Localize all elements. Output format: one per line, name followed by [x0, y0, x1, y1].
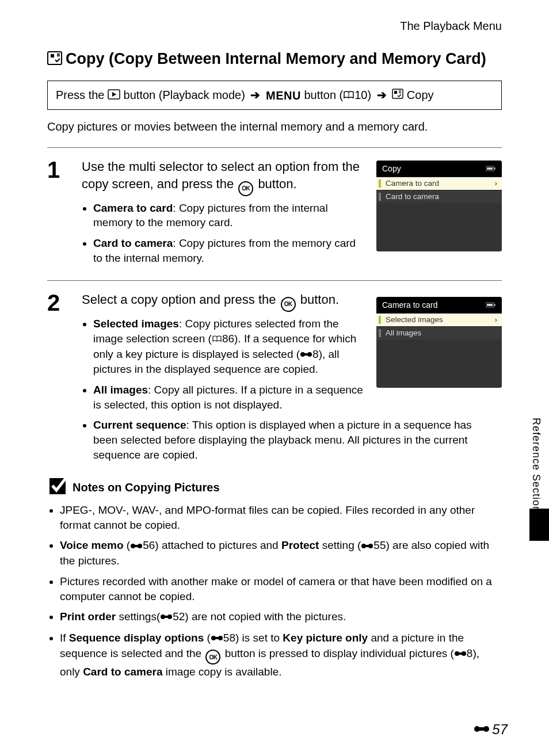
note-item: Print order settings(52) are not copied …	[60, 609, 502, 625]
menu-text-icon: MENU	[266, 89, 301, 102]
svg-marker-3	[112, 92, 116, 97]
reference-icon	[211, 632, 223, 644]
svg-rect-13	[303, 353, 310, 356]
reference-icon	[300, 349, 312, 361]
screen-row: All images	[376, 326, 502, 339]
step-instruction: Select a copy option and press the OK bu…	[82, 291, 365, 312]
book-icon	[343, 89, 354, 102]
step-number: 2	[47, 291, 70, 468]
playback-button-icon	[108, 89, 124, 102]
note-item: Pictures recorded with another make or m…	[60, 574, 502, 604]
svg-rect-15	[487, 304, 493, 306]
reference-icon	[160, 611, 173, 623]
ok-button-icon: OK	[281, 297, 296, 312]
step-bullet: Card to camera: Copy pictures from the m…	[93, 236, 365, 265]
arrow-right-icon: ➔	[377, 89, 387, 101]
screen-title: Camera to card	[382, 300, 437, 310]
svg-rect-23	[364, 545, 371, 547]
camera-screen-illustration: Camera to card Selected images All image…	[376, 297, 502, 388]
svg-rect-8	[487, 167, 493, 170]
note-item: JPEG-, MOV-, WAV-, and MPO-format files …	[60, 503, 502, 532]
battery-icon	[486, 164, 496, 173]
book-icon	[212, 333, 222, 345]
svg-rect-32	[457, 652, 464, 655]
svg-rect-6	[394, 91, 397, 94]
svg-rect-9	[494, 167, 495, 170]
svg-rect-1	[51, 54, 54, 58]
step-2: 2 Select a copy option and press the OK …	[47, 285, 502, 468]
ok-button-icon: OK	[238, 181, 253, 196]
note-item: Voice memo (56) attached to pictures and…	[60, 538, 502, 568]
screen-row: Card to camera	[376, 190, 502, 203]
side-tab: Reference Section	[523, 397, 549, 541]
ok-button-icon: OK	[205, 650, 220, 665]
reference-icon	[474, 721, 490, 738]
reference-icon	[130, 540, 143, 552]
svg-rect-16	[494, 304, 495, 306]
page-number: 57	[474, 721, 508, 738]
copy-icon-small	[392, 89, 403, 101]
screen-row-selected: Selected images	[376, 313, 502, 326]
step-bullet: Selected images: Copy pictures selected …	[93, 316, 365, 377]
page-title: Copy (Copy Between Internal Memory and M…	[47, 49, 502, 70]
reference-icon	[361, 540, 373, 552]
divider	[47, 147, 502, 148]
side-tab-marker	[529, 509, 549, 541]
step-bullet: Camera to card: Copy pictures from the i…	[93, 201, 365, 230]
screen-title: Copy	[382, 164, 401, 173]
svg-rect-29	[214, 637, 220, 639]
svg-rect-20	[133, 545, 140, 547]
note-item: If Sequence display options (58) is set …	[60, 631, 502, 679]
reference-icon	[454, 648, 467, 660]
navigation-path-box: Press the button (Playback mode) ➔ MENU …	[47, 81, 502, 110]
divider	[47, 280, 502, 281]
document-page: The Playback Menu Copy (Copy Between Int…	[0, 0, 549, 756]
svg-rect-26	[163, 616, 170, 618]
header-section: The Playback Menu	[47, 20, 502, 33]
svg-rect-35	[477, 727, 486, 731]
notes-block: Notes on Copying Pictures JPEG-, MOV-, W…	[47, 478, 502, 679]
camera-screen-illustration: Copy Camera to card Card to camera	[376, 161, 502, 251]
step-instruction: Use the multi selector to select an opti…	[82, 158, 365, 196]
intro-text: Copy pictures or movies between the inte…	[47, 120, 502, 133]
battery-icon	[486, 300, 496, 310]
screen-row-selected: Camera to card	[376, 177, 502, 190]
copy-menu-icon	[47, 50, 62, 70]
side-tab-label: Reference Section	[530, 418, 542, 513]
checkmark-box-icon	[49, 478, 66, 497]
arrow-right-icon: ➔	[250, 89, 260, 101]
notes-title-text: Notes on Copying Pictures	[73, 481, 220, 494]
svg-rect-5	[392, 89, 403, 98]
step-bullet: All images: Copy all pictures. If a pict…	[93, 383, 365, 412]
step-1: 1 Use the multi selector to select an op…	[47, 152, 502, 271]
step-number: 1	[47, 158, 70, 271]
